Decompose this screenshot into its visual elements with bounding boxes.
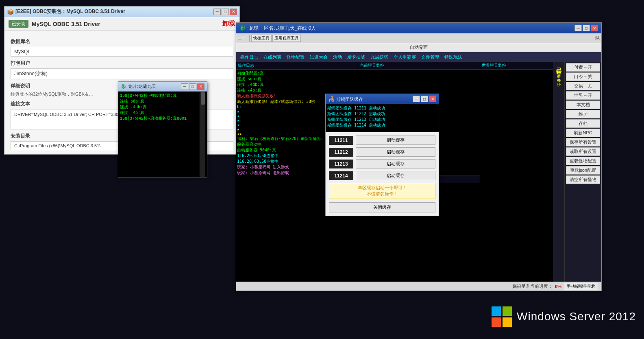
cache-row-4: 11214 启动缓存 [329,171,435,180]
svg-rect-2 [492,317,501,327]
auto-interface-label: 自动界面 [236,43,601,52]
progress-btn[interactable]: 手动赐福星星君 [564,283,598,290]
cache-log-2: 斯蝎团队缓存 11212 启动成功 [327,111,437,117]
odbc-db-name-value: MySQL [11,47,233,57]
game-nav-bar: 操作日志 在线列表 怪物配置 试道大会 活动 发卡抽奖 九层妖塔 个人争霸赛 文… [236,52,601,62]
password-btn[interactable]: 口令→关 [566,72,600,81]
cache-id-4: 11214 [329,171,353,180]
save-all-settings-btn[interactable]: 保存所有设置 [566,138,600,147]
dragon-log-2: 连接 sdb:真 [120,99,198,105]
cache-start-btn-4[interactable]: 启动缓存 [356,171,435,180]
world-chat-panel: 世界聊天监控 [480,62,553,288]
refresh-npc-btn[interactable]: 刷新NPC [566,129,600,137]
odbc-titlebar: 📦 [E2EE] ODBC安装包：MySQL ODBC 3.51 Driver … [4,7,239,17]
dragon-log-4: 连接 -4b:真 [120,110,198,116]
dragon-log-3: 连接 .4db:真 [120,105,198,110]
cache-row-2: 11212 启动缓存 [329,147,435,157]
cache-log-4: 斯蝎团队缓存 11214 启动成功 [327,122,437,128]
status-indicator: 已运行 0天0小时25分钟43秒 [553,62,565,288]
game-status-bar: 赐福星君当前进度： 0% 手动赐福星星君 [236,282,601,291]
windows-logo-text: Windows Server 2012 [517,310,636,323]
dragon-window-controls[interactable]: ─ □ ✕ [181,83,205,90]
dialog-title-text: 🦂 斯蝎团队缓存 [328,96,363,103]
app-tools-btn[interactable]: 应用程序工具 [272,35,301,42]
cache-row-3: 11213 启动缓存 [329,159,435,168]
odbc-driver-name: MySQL ODBC 3.51 Driver [32,21,100,27]
nav-nine-layers[interactable]: 九层妖塔 [368,54,391,61]
close-cache-btn[interactable]: 关闭缓存 [329,202,435,212]
windows-logo: Windows Server 2012 [492,306,636,327]
world-btn[interactable]: 世界→开 [566,91,600,100]
odbc-uninstall-button[interactable]: 卸载 [222,20,235,28]
svg-rect-1 [503,306,512,316]
odbc-db-name-label: 数据库名 [11,38,233,45]
nav-special-play[interactable]: 特殊玩法 [442,54,465,61]
nav-file-manage[interactable]: 文件管理 [419,54,442,61]
cache-id-1: 11211 [329,136,353,145]
game-window-controls[interactable]: ─ □ ✕ [574,25,598,31]
maintain-btn[interactable]: 维护 [566,110,600,118]
dragon-close-btn[interactable]: ✕ [197,83,205,90]
reload-json-btn[interactable]: 重载json配置 [566,166,600,175]
game-toolbar: 快捷工具 应用程序工具 tIA [236,33,601,43]
dragon-scrollbar[interactable] [200,92,205,177]
odbc-title-text: 📦 [E2EE] ODBC安装包：MySQL ODBC 3.51 Driver [7,8,125,15]
nav-operation-log[interactable]: 操作日志 [238,54,261,61]
dialog-window-controls[interactable]: ─ □ ✕ [413,96,436,102]
reload-monster-btn[interactable]: 重载怪物配置 [566,157,600,165]
scorpion-icon: 🦂 [328,96,335,102]
dragon-minimize-btn[interactable]: ─ [181,83,188,90]
nav-personal-competition[interactable]: 个人争霸赛 [391,54,418,61]
dialog-maximize-btn[interactable]: □ [421,96,428,102]
nav-card-draw[interactable]: 发卡抽奖 [345,54,368,61]
status-running-text: 已运行 [556,63,562,66]
game-title-icon: 🐉 [239,25,246,31]
odbc-pack-user-label: 打包用户 [11,60,233,67]
dragon-maximize-btn[interactable]: □ [189,83,196,90]
cache-log-1: 斯蝎团队缓存 11211 启动成功 [327,105,437,111]
dragon-title-text: 🐉 龙吟:龙啸九天 [121,83,156,90]
current-chat-title: 当前聊天监控 [358,62,480,70]
game-title-zone: 龙球 区名:龙啸九天_在线 0人 [249,25,316,32]
cache-start-btn-1[interactable]: 启动缓存 [356,136,435,145]
right-buttons-panel: 已运行 0天0小时25分钟43秒 付费→开 口令→关 交易→关 世界→开 本文档… [553,62,601,288]
cache-start-btn-3[interactable]: 启动缓存 [356,159,435,168]
load-all-settings-btn[interactable]: 读取所有设置 [566,147,600,156]
trade-btn[interactable]: 交易→关 [566,82,600,90]
dialog-warning-text: 单区缓存启动一个即可！ 不懂请勿操作！ [329,183,435,199]
odbc-maximize-btn[interactable]: □ [222,9,229,15]
save-btn[interactable]: 存档 [566,119,600,128]
clear-monster-btn[interactable]: 清空所有怪物 [566,175,600,184]
log-line-3: 连接 .4db:真 [237,82,357,87]
dragon-log-1: 158|37分42秒→初始化配置:真 [120,93,198,99]
operation-log-title: 操作日志 [236,62,358,70]
odbc-pack-user-value: JimStone(谢栋) [11,68,233,79]
nav-trial-meeting[interactable]: 试道大会 [307,54,330,61]
game-close-btn[interactable]: ✕ [591,25,598,31]
payment-btn[interactable]: 付费→开 [566,63,600,72]
game-title-left: 🐉 龙球 区名:龙啸九天_在线 0人 [239,25,316,32]
progress-value: 0% [555,284,561,289]
team-cache-dialog: 🦂 斯蝎团队缓存 ─ □ ✕ 斯蝎团队缓存 11211 启动成功 斯蝎团队缓存 … [325,94,439,216]
game-minimize-btn[interactable]: ─ [574,25,582,31]
dialog-minimize-btn[interactable]: ─ [413,96,420,102]
cache-start-btn-2[interactable]: 启动缓存 [356,147,435,157]
nav-monster-config[interactable]: 怪物配置 [284,54,307,61]
log-line-4: 连接 -4b:真 [237,87,357,93]
quick-tools-btn[interactable]: 快捷工具 [251,35,272,42]
nav-online-list[interactable]: 在线列表 [261,54,284,61]
svg-rect-3 [503,317,512,327]
odbc-installed-badge: 已安装 [9,20,28,28]
dragon-titlebar: 🐉 龙吟:龙啸九天 ─ □ ✕ [118,82,207,92]
game-maximize-btn[interactable]: □ [583,25,590,31]
odbc-close-btn[interactable]: ✕ [230,9,237,15]
dragon-log-5: 158|37分42秒→启动服务器:真8001 [120,116,198,122]
dialog-log-area: 斯蝎团队缓存 11211 启动成功 斯蝎团队缓存 11212 启动成功 斯蝎团队… [326,104,439,132]
nav-activity[interactable]: 活动 [331,54,344,61]
world-chat-title: 世界聊天监控 [480,62,553,70]
odbc-window-controls[interactable]: ─ □ ✕ [213,9,237,15]
odbc-minimize-btn[interactable]: ─ [213,9,221,15]
log-line-2: 连接 sdb:真 [237,76,357,82]
doc-btn[interactable]: 本文档 [566,101,600,109]
dialog-close-btn-x[interactable]: ✕ [429,96,436,102]
